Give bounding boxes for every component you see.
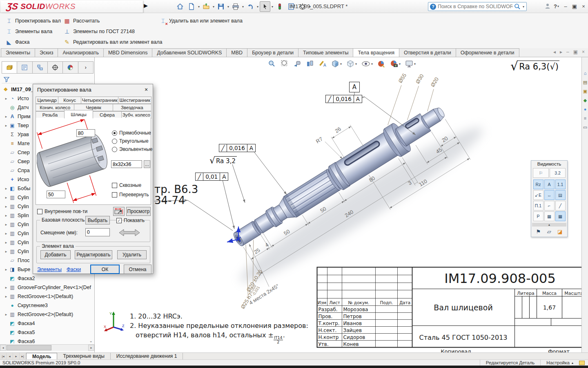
help-search[interactable]: ? ▾	[428, 2, 527, 11]
save-dropdown-icon[interactable]: ▾	[227, 5, 229, 9]
last-tab-icon[interactable]: ▸|	[20, 353, 26, 359]
ribbon-tab[interactable]: MBD	[226, 48, 247, 57]
visibility-toggle[interactable]: ▦	[555, 211, 566, 221]
visibility-toggle[interactable]: ╱	[555, 201, 566, 211]
ribbon-tab[interactable]: Добавления SOLIDWORKS	[152, 48, 227, 57]
design-library-icon[interactable]: ▤	[582, 78, 588, 87]
ribbon-tab[interactable]: Типовые элементы	[298, 48, 353, 57]
cancel-button[interactable]: Отмена	[124, 265, 151, 274]
ribbon-tab[interactable]: Оформление в детали	[456, 48, 519, 57]
zoom-area-button[interactable]	[279, 59, 290, 69]
expand-arrow-icon[interactable]: ▸	[3, 195, 9, 200]
spline-type-radio[interactable]: Треугольные	[112, 138, 151, 144]
visibility-toggle[interactable]: ▦	[544, 211, 555, 221]
expand-arrow-icon[interactable]: ▸	[3, 285, 9, 289]
visibility-toggle[interactable]: ↙E	[533, 190, 543, 200]
dialog-tab[interactable]: Конус	[58, 96, 81, 104]
internal-surfaces-checkbox[interactable]: Внутренние пов-ти	[37, 209, 87, 214]
configuration-selector[interactable]: Настройка▴	[540, 360, 579, 366]
tree-item[interactable]: Фаска4	[0, 319, 91, 328]
model-tab[interactable]: Исследование движения 1	[111, 353, 183, 359]
tree-horizontal-scrollbar[interactable]: ◂ ▸	[0, 344, 94, 351]
delete-element-button[interactable]: Удалить	[117, 250, 147, 259]
shaft-elements-button[interactable]: ⌶Элементы вала	[3, 27, 54, 36]
hide-show-items-button[interactable]: ▾	[360, 59, 374, 69]
ok-button[interactable]: ОК	[90, 265, 120, 274]
display-style-button[interactable]: ▾	[345, 59, 359, 69]
tab-display-manager[interactable]	[62, 61, 78, 74]
offset-field[interactable]	[85, 228, 110, 236]
new-document-button[interactable]	[186, 1, 197, 12]
filter-funnel-icon[interactable]	[3, 76, 10, 82]
custom-properties-icon[interactable]: ≡	[582, 114, 588, 123]
edit-element-button[interactable]: Редактировать	[75, 250, 112, 259]
expand-arrow-icon[interactable]: ▸	[3, 231, 9, 236]
dialog-tab[interactable]: Цилиндр	[36, 96, 58, 104]
dialog-close-icon[interactable]: ×	[140, 85, 152, 94]
expand-arrow-icon[interactable]: ▸	[3, 249, 9, 254]
spline-type-radio[interactable]: Эвольвентные	[112, 146, 151, 152]
expand-arrow-icon[interactable]: ▸	[3, 222, 9, 227]
sheet-metal-icon[interactable]: ▱	[547, 229, 551, 235]
design-shaft-button[interactable]: ⌶Проектировать вал	[3, 16, 63, 25]
dialog-tab[interactable]: Звездочка	[113, 104, 151, 111]
file-explorer-icon[interactable]: ▣	[582, 87, 588, 96]
chamfer-button[interactable]: ◣Фаска	[3, 38, 31, 47]
visibility-toggle[interactable]: ↔	[544, 190, 555, 200]
tree-item[interactable]: ▸ RectGroove<2>(Default)	[0, 310, 91, 319]
ribbon-tab[interactable]: Броузер в детали	[247, 48, 298, 57]
expand-arrow-icon[interactable]: ▸	[3, 294, 9, 298]
close-pane-icon[interactable]: ×	[582, 49, 585, 55]
spline-size-field[interactable]	[111, 160, 142, 168]
surface-roughness-note[interactable]: √Ra 3,2	[209, 156, 237, 165]
expand-arrow-icon[interactable]: ▸	[3, 96, 9, 101]
tree-item[interactable]: ▸ RectGroove<1>(Default)	[0, 292, 91, 301]
restore-button[interactable]: ▣	[570, 2, 579, 11]
spline-type-radio[interactable]: Прямобочные	[112, 130, 151, 136]
apply-scene-button[interactable]: ▾	[388, 59, 402, 69]
scroll-left-icon[interactable]: ◂	[0, 345, 6, 351]
first-tab-icon[interactable]: |◂	[0, 353, 7, 359]
geometric-tolerance-frame[interactable]: ╱0,016A	[219, 144, 256, 152]
flip-direction-icon[interactable]	[119, 228, 140, 237]
new-dropdown-icon[interactable]: ▾	[198, 5, 200, 9]
search-input[interactable]	[438, 4, 512, 9]
measure-icon-button[interactable]	[113, 207, 125, 216]
visibility-toggle[interactable]: Rz	[533, 180, 543, 189]
visibility-toggle[interactable]: П.1	[533, 201, 543, 211]
user-account-icon[interactable]	[543, 2, 552, 11]
ribbon-tab[interactable]: MBD Dimensions	[103, 48, 153, 57]
restore-pane-icon[interactable]: ▣	[573, 49, 578, 55]
tab-property-manager[interactable]	[17, 61, 32, 74]
spline-width-field[interactable]	[47, 191, 65, 198]
expand-arrow-icon[interactable]: ▸	[3, 267, 9, 272]
gost-elements-button[interactable]: ⊥Элементы по ГОСТ 27148	[61, 27, 137, 36]
close-button[interactable]: ×	[579, 2, 588, 11]
view-flag-icon[interactable]: ⚑	[536, 229, 541, 235]
model-tab[interactable]: Трехмерные виды	[57, 353, 110, 359]
notes-area-icon[interactable]: ◪	[557, 229, 562, 235]
dialog-tab[interactable]: Шестигранник	[118, 96, 151, 104]
tab-dimxpert[interactable]	[47, 61, 63, 74]
search-icon[interactable]	[514, 3, 521, 10]
spline-length-field[interactable]	[76, 129, 95, 137]
geometric-tolerance-frame[interactable]: ╱0,016A	[325, 95, 362, 103]
tree-item[interactable]: Фаска5	[0, 328, 91, 337]
section-view-button[interactable]	[304, 59, 316, 69]
ribbon-tab[interactable]: Эскиз	[35, 48, 58, 57]
model-tab[interactable]: Модель	[26, 353, 57, 359]
view-palette-icon[interactable]: ◆	[582, 96, 588, 105]
expand-arrow-icon[interactable]: ▸	[3, 186, 9, 191]
print-button[interactable]	[230, 1, 241, 12]
flip-checkbox[interactable]: Перевернуть	[112, 192, 149, 197]
delete-shaft-button[interactable]: ⌶×Удалить вал или элемент вала	[157, 16, 245, 25]
dock-right-icon[interactable]: ▸	[560, 49, 562, 55]
open-button[interactable]	[201, 1, 212, 12]
dialog-tab[interactable]: Четырехгранник	[81, 96, 119, 104]
tab-feature-tree[interactable]	[2, 61, 17, 74]
tree-item[interactable]: Фаска2	[0, 274, 91, 283]
search-dropdown-icon[interactable]: ▾	[523, 5, 524, 9]
visibility-toggle[interactable]: 3.2	[550, 168, 566, 178]
ribbon-tab[interactable]: Тела вращения	[353, 48, 399, 57]
home-button[interactable]	[175, 1, 185, 12]
